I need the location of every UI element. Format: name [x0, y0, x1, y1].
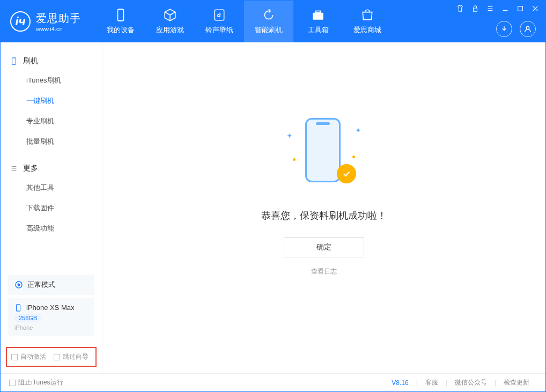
- tab-toolbox[interactable]: 工具箱: [293, 1, 343, 42]
- refresh-icon: [262, 8, 276, 22]
- lock-icon[interactable]: [471, 5, 479, 12]
- music-icon: [212, 8, 226, 22]
- main-content: ✦ ✦ 恭喜您，保资料刷机成功啦！ 确定 查看日志: [102, 42, 545, 373]
- tab-my-device[interactable]: 我的设备: [96, 1, 145, 42]
- auto-activate-checkbox[interactable]: 自动激活: [11, 352, 46, 361]
- footer-link-update[interactable]: 检查更新: [496, 378, 537, 387]
- success-message: 恭喜您，保资料刷机成功啦！: [261, 209, 387, 222]
- device-storage-badge: 256GB: [14, 314, 41, 322]
- header: iч 爱思助手 www.i4.cn 我的设备 应用游戏 铃声壁纸 智能刷机: [1, 1, 545, 42]
- device-type: iPhone: [14, 324, 33, 331]
- footer-option-label: 阻止iTunes运行: [18, 378, 63, 387]
- close-icon[interactable]: [532, 5, 539, 12]
- svg-rect-7: [12, 58, 16, 64]
- sidebar-item-oneclick-flash[interactable]: 一键刷机: [1, 91, 102, 111]
- checkmark-badge-icon: [337, 164, 356, 183]
- tab-ringtone-wallpaper[interactable]: 铃声壁纸: [195, 1, 244, 42]
- svg-rect-0: [118, 9, 124, 21]
- tab-smart-flash[interactable]: 智能刷机: [244, 1, 293, 42]
- svg-point-9: [18, 284, 20, 286]
- sidebar-item-itunes-flash[interactable]: iTunes刷机: [1, 70, 102, 91]
- tab-label: 应用游戏: [156, 25, 184, 35]
- tab-label: 智能刷机: [255, 25, 283, 35]
- maximize-icon[interactable]: [517, 5, 524, 12]
- tshirt-icon[interactable]: [456, 5, 464, 12]
- option-label: 跳过向导: [63, 352, 88, 361]
- app-url: www.i4.cn: [36, 26, 81, 32]
- svg-point-6: [526, 26, 529, 29]
- svg-rect-3: [316, 11, 321, 12]
- options-highlight-box: 自动激活 跳过向导: [6, 347, 97, 367]
- mode-icon: [14, 280, 23, 289]
- option-label: 自动激活: [20, 352, 46, 361]
- footer-link-wechat[interactable]: 微信公众号: [447, 378, 495, 387]
- footer: 阻止iTunes运行 V8.16 | 客服 | 微信公众号 | 检查更新: [1, 373, 545, 391]
- checkbox-icon: [54, 354, 60, 360]
- tab-label: 工具箱: [308, 25, 329, 35]
- logo-icon: iч: [10, 11, 31, 32]
- store-icon: [360, 8, 374, 22]
- success-illustration: ✦ ✦: [281, 107, 367, 193]
- nav-tabs: 我的设备 应用游戏 铃声壁纸 智能刷机 工具箱 爱思商城: [96, 1, 392, 42]
- device-icon: [114, 8, 128, 22]
- section-label: 更多: [23, 164, 38, 173]
- sidebar-section-more: 更多: [1, 159, 102, 177]
- phone-icon: [10, 57, 18, 65]
- tab-store[interactable]: 爱思商城: [343, 1, 392, 42]
- body: 刷机 iTunes刷机 一键刷机 专业刷机 批量刷机 更多 其他工具 下载固件 …: [1, 42, 545, 373]
- minimize-icon[interactable]: [501, 5, 509, 12]
- section-label: 刷机: [23, 56, 38, 66]
- device-mode-box[interactable]: 正常模式: [8, 275, 94, 295]
- device-name: iPhone XS Max: [26, 304, 75, 312]
- cube-icon: [163, 8, 177, 22]
- menu-icon[interactable]: [486, 5, 494, 12]
- download-button[interactable]: [496, 21, 512, 37]
- block-itunes-checkbox[interactable]: 阻止iTunes运行: [9, 378, 63, 387]
- app-name: 爱思助手: [36, 11, 81, 26]
- sidebar-item-batch-flash[interactable]: 批量刷机: [1, 131, 102, 152]
- header-action-buttons: [496, 21, 536, 37]
- sidebar-item-pro-flash[interactable]: 专业刷机: [1, 111, 102, 131]
- svg-rect-4: [474, 8, 477, 11]
- sidebar-section-flash: 刷机: [1, 52, 102, 70]
- sparkle-icon: ✦: [355, 126, 361, 135]
- ok-button[interactable]: 确定: [284, 237, 364, 257]
- sidebar-item-download-firmware[interactable]: 下载固件: [1, 198, 102, 218]
- sidebar-item-other-tools[interactable]: 其他工具: [1, 177, 102, 198]
- sidebar: 刷机 iTunes刷机 一键刷机 专业刷机 批量刷机 更多 其他工具 下载固件 …: [1, 42, 102, 373]
- list-icon: [10, 165, 18, 172]
- svg-rect-10: [17, 304, 20, 310]
- device-info-box[interactable]: iPhone XS Max 256GB iPhone: [8, 298, 94, 336]
- dot-icon: [352, 156, 355, 158]
- device-mode-label: 正常模式: [27, 280, 55, 290]
- tab-label: 爱思商城: [353, 25, 381, 35]
- phone-outline-icon: [305, 118, 341, 182]
- user-button[interactable]: [520, 21, 536, 37]
- svg-rect-1: [215, 10, 224, 20]
- toolbox-icon: [311, 8, 325, 22]
- sidebar-item-advanced[interactable]: 高级功能: [1, 218, 102, 239]
- window-controls: [456, 5, 539, 12]
- checkbox-icon: [9, 380, 16, 386]
- svg-rect-2: [313, 13, 323, 20]
- checkbox-icon: [11, 354, 18, 360]
- sparkle-icon: ✦: [286, 131, 293, 140]
- app-window: iч 爱思助手 www.i4.cn 我的设备 应用游戏 铃声壁纸 智能刷机: [0, 0, 546, 392]
- tab-label: 铃声壁纸: [205, 25, 233, 35]
- tab-label: 我的设备: [107, 25, 135, 35]
- dot-icon: [293, 158, 296, 161]
- footer-link-support[interactable]: 客服: [418, 378, 446, 387]
- svg-rect-5: [518, 6, 523, 11]
- logo: iч 爱思助手 www.i4.cn: [1, 1, 91, 42]
- view-log-link[interactable]: 查看日志: [311, 267, 337, 276]
- skip-guide-checkbox[interactable]: 跳过向导: [54, 352, 88, 361]
- phone-small-icon: [14, 304, 22, 312]
- version-label: V8.16: [392, 379, 408, 387]
- tab-apps-games[interactable]: 应用游戏: [145, 1, 195, 42]
